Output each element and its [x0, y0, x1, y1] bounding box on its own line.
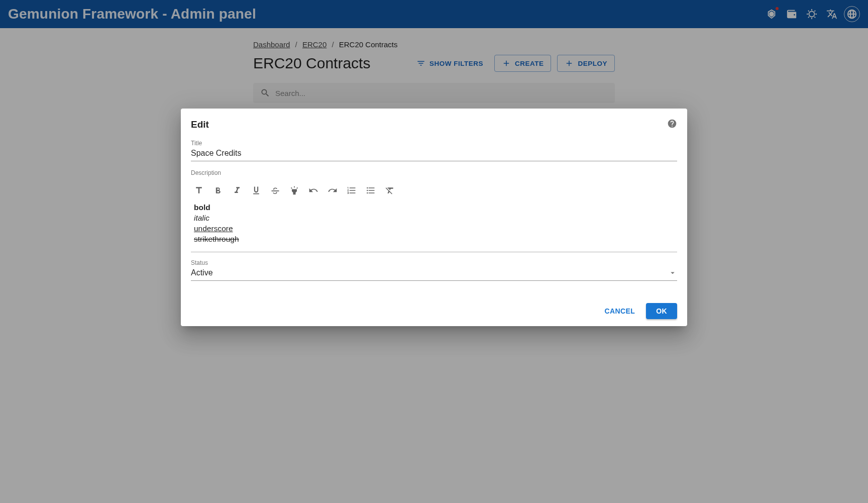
status-select[interactable]: Active — [191, 267, 677, 281]
chevron-down-icon — [668, 268, 677, 277]
rte-underline-icon[interactable] — [250, 184, 262, 196]
rte-line-strikethrough: strikethrough — [194, 234, 674, 245]
rte-redo-icon[interactable] — [327, 184, 339, 196]
title-input[interactable] — [191, 148, 677, 161]
edit-dialog: Edit Title Description bold italic under… — [181, 109, 687, 326]
rte-toolbar — [191, 177, 677, 202]
rte-unordered-list-icon[interactable] — [365, 184, 377, 196]
title-field-label: Title — [191, 140, 677, 147]
rte-highlight-icon[interactable] — [288, 184, 300, 196]
dialog-title: Edit — [191, 119, 209, 130]
help-icon[interactable] — [667, 119, 677, 131]
rte-ordered-list-icon[interactable] — [346, 184, 358, 196]
rte-clear-format-icon[interactable] — [384, 184, 396, 196]
cancel-button[interactable]: CANCEL — [598, 303, 641, 319]
status-value: Active — [191, 268, 213, 277]
status-field-label: Status — [191, 259, 677, 266]
rte-line-bold: bold — [194, 203, 674, 213]
rte-undo-icon[interactable] — [307, 184, 319, 196]
rte-italic-icon[interactable] — [231, 184, 243, 196]
ok-button[interactable]: OK — [646, 303, 677, 319]
rte-title-icon[interactable] — [193, 184, 205, 196]
description-field-label: Description — [191, 169, 677, 176]
rte-bold-icon[interactable] — [212, 184, 224, 196]
rte-line-italic: italic — [194, 213, 674, 224]
rte-editor[interactable]: bold italic underscore strikethrough — [191, 202, 677, 252]
rte-strikethrough-icon[interactable] — [269, 184, 281, 196]
rte-line-underscore: underscore — [194, 224, 674, 234]
